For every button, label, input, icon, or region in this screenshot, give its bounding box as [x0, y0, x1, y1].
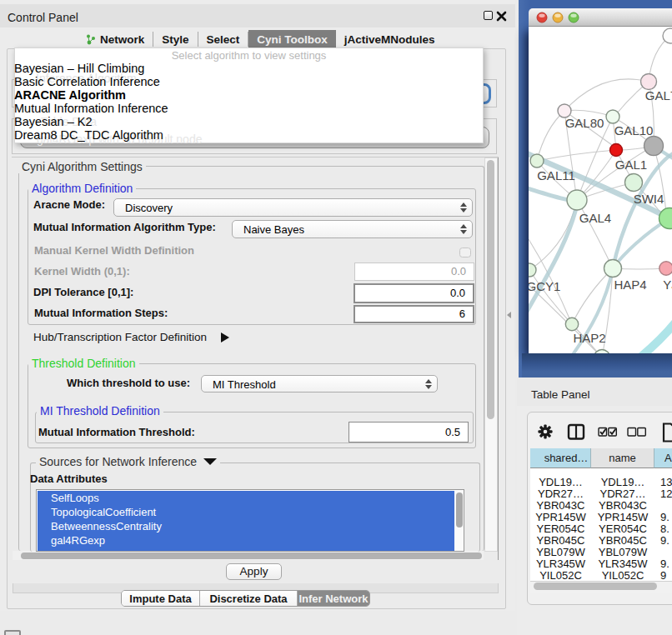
svg-text:GAL4: GAL4	[579, 211, 611, 225]
svg-text:HAP2: HAP2	[573, 331, 605, 345]
svg-text:YJ: YJ	[663, 278, 672, 292]
svg-text:HAP4: HAP4	[614, 278, 646, 292]
svg-text:GAL10: GAL10	[614, 123, 654, 138]
svg-text:GAL11: GAL11	[537, 168, 575, 182]
svg-text:SWI4: SWI4	[634, 192, 664, 206]
svg-text:GAL7: GAL7	[645, 88, 672, 102]
svg-text:GAL80: GAL80	[565, 116, 604, 130]
svg-text:GCY1: GCY1	[529, 279, 560, 293]
svg-text:GAL1: GAL1	[615, 158, 647, 172]
